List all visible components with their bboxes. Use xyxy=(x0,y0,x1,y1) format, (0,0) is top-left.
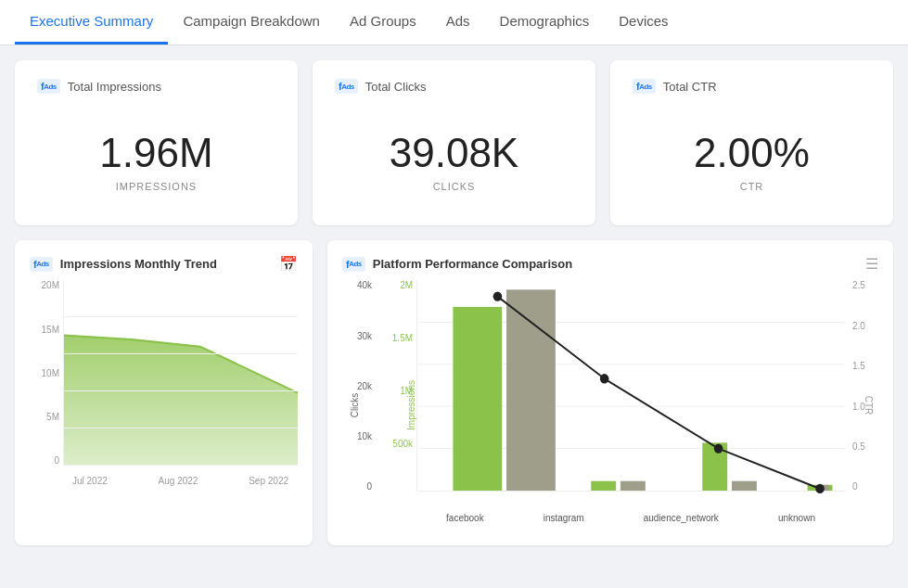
clicks-card: fAds Total Clicks 39.08K CLICKS xyxy=(313,60,595,225)
trend-svg xyxy=(64,280,298,465)
ctr-dot-facebook xyxy=(493,292,503,301)
card-header-ctr: fAds Total CTR xyxy=(633,79,871,94)
trend-chart-plot xyxy=(63,280,298,466)
card-header-impressions: fAds Total Impressions xyxy=(37,79,275,94)
impressions-value: 1.96M xyxy=(99,131,212,175)
trend-y-axis: 20M 15M 10M 5M 0 xyxy=(30,280,59,466)
clicks-card-body: 39.08K CLICKS xyxy=(335,116,573,207)
pc-yr-20: 2.0 xyxy=(852,321,865,331)
fb-ads-icon-ctr: fAds xyxy=(633,79,656,94)
trend-chart-card: fAds Impressions Monthly Trend 📅 20M 15M… xyxy=(15,240,313,545)
platform-chart-title: Platform Performance Comparison xyxy=(373,257,572,271)
trend-title-group: fAds Impressions Monthly Trend xyxy=(30,257,217,272)
calendar-icon[interactable]: 📅 xyxy=(279,255,298,273)
trend-y-10m: 10M xyxy=(42,368,59,378)
ctr-card-title: Total CTR xyxy=(663,80,717,94)
pc-y-left: 40k 30k 20k 10k 0 xyxy=(342,280,376,492)
clicks-value: 39.08K xyxy=(390,131,518,175)
trend-y-0: 0 xyxy=(54,455,59,466)
pc-yr-05: 0.5 xyxy=(852,441,865,452)
ctr-dot-instagram xyxy=(600,375,609,384)
an-clicks-bar xyxy=(732,481,757,491)
trend-x-jul: Jul 2022 xyxy=(72,476,108,486)
platform-chart-header: fAds Platform Performance Comparison ☰ xyxy=(342,255,878,273)
pc-plot xyxy=(416,280,845,492)
tab-ad-groups[interactable]: Ad Groups xyxy=(335,0,431,45)
ctr-value: 2.00% xyxy=(694,131,810,175)
ctr-label: CTR xyxy=(740,181,764,192)
filter-icon[interactable]: ☰ xyxy=(865,255,878,273)
trend-y-20m: 20M xyxy=(42,280,59,290)
trend-x-aug: Aug 2022 xyxy=(159,476,198,486)
pc-yl-0: 0 xyxy=(366,481,372,492)
fb-impressions-bar xyxy=(453,307,502,491)
tab-ads[interactable]: Ads xyxy=(431,0,485,45)
pc-yl-10k: 10k xyxy=(357,431,372,441)
fb-ads-icon-trend: fAds xyxy=(30,257,53,272)
bottom-row: fAds Impressions Monthly Trend 📅 20M 15M… xyxy=(15,240,893,545)
clicks-card-title: Total Clicks xyxy=(365,80,427,94)
ig-clicks-bar xyxy=(620,481,646,491)
trend-area xyxy=(64,336,298,465)
pc-y-right: 2.5 2.0 1.5 1.0 0.5 0 xyxy=(849,280,878,492)
pc-x-axis: facebook instagram audience_network unkn… xyxy=(416,492,845,529)
ctr-axis-label: CTR xyxy=(863,396,874,415)
pc-ym-15m: 1.5M xyxy=(392,333,413,343)
grid-line-1 xyxy=(64,316,298,317)
tab-campaign-breakdown[interactable]: Campaign Breakdown xyxy=(168,0,335,45)
fb-clicks-bar xyxy=(506,290,556,492)
pc-x-instagram: instagram xyxy=(544,513,584,523)
clicks-axis-label: Clicks xyxy=(350,393,360,418)
trend-chart-area: 20M 15M 10M 5M 0 xyxy=(30,280,298,493)
tab-executive-summary[interactable]: Executive Summary xyxy=(15,0,168,45)
pc-x-facebook: facebook xyxy=(446,513,484,523)
card-header-clicks: fAds Total Clicks xyxy=(335,79,573,94)
trend-chart-header: fAds Impressions Monthly Trend 📅 xyxy=(30,255,298,273)
clicks-label: CLICKS xyxy=(433,181,476,192)
metric-cards-row: fAds Total Impressions 1.96M IMPRESSIONS… xyxy=(15,60,893,225)
platform-chart-area: 40k 30k 20k 10k 0 2M 1.5M 1M 500k 2.5 xyxy=(342,280,878,530)
grid-line-4 xyxy=(64,428,298,428)
ctr-card: fAds Total CTR 2.00% CTR xyxy=(610,60,893,225)
tab-devices[interactable]: Devices xyxy=(604,0,683,45)
ctr-dot-an xyxy=(714,444,723,454)
impressions-axis-label: Impressions xyxy=(406,380,416,430)
impressions-card-title: Total Impressions xyxy=(68,80,161,94)
pc-yr-15: 1.5 xyxy=(852,361,865,371)
fb-ads-icon-platform: fAds xyxy=(342,257,365,272)
trend-y-15m: 15M xyxy=(42,325,59,335)
impressions-label: IMPRESSIONS xyxy=(116,181,197,192)
trend-x-axis: Jul 2022 Aug 2022 Sep 2022 xyxy=(63,467,298,493)
platform-chart-card: fAds Platform Performance Comparison ☰ 4… xyxy=(327,240,893,545)
main-content: fAds Total Impressions 1.96M IMPRESSIONS… xyxy=(0,45,908,560)
pc-yr-0: 0 xyxy=(852,481,858,492)
pc-ym-500k: 500k xyxy=(392,439,413,449)
trend-y-5m: 5M xyxy=(46,412,59,422)
pc-yl-20k: 20k xyxy=(357,381,372,391)
nav-tabs: Executive Summary Campaign Breakdown Ad … xyxy=(0,0,908,45)
grid-line-2 xyxy=(64,353,298,354)
fb-ads-icon-impressions: fAds xyxy=(37,79,60,94)
tab-demographics[interactable]: Demographics xyxy=(485,0,605,45)
fb-ads-icon-clicks: fAds xyxy=(335,79,358,94)
platform-title-group: fAds Platform Performance Comparison xyxy=(342,257,572,272)
trend-x-sep: Sep 2022 xyxy=(249,476,288,486)
ig-impressions-bar xyxy=(591,481,616,491)
trend-chart-title: Impressions Monthly Trend xyxy=(60,257,217,271)
pc-yl-30k: 30k xyxy=(357,331,372,341)
grid-line-3 xyxy=(64,390,298,391)
impressions-card: fAds Total Impressions 1.96M IMPRESSIONS xyxy=(15,60,298,225)
pc-x-unknown: unknown xyxy=(778,513,815,523)
pc-yl-40k: 40k xyxy=(357,280,372,290)
pc-x-audience-network: audience_network xyxy=(644,513,719,523)
platform-svg xyxy=(417,280,845,491)
impressions-card-body: 1.96M IMPRESSIONS xyxy=(37,116,275,207)
ctr-card-body: 2.00% CTR xyxy=(633,116,871,207)
pc-yr-25: 2.5 xyxy=(852,280,865,290)
pc-ym-2m: 2M xyxy=(400,280,413,290)
